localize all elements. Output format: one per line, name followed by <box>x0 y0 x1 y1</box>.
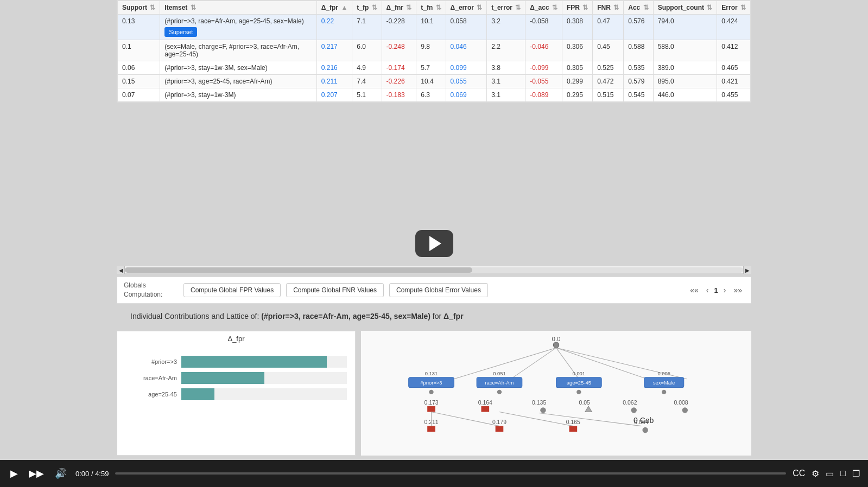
superset-button[interactable]: Superset <box>164 27 197 37</box>
volume-button[interactable]: 🔊 <box>53 465 69 482</box>
progress-bar[interactable] <box>115 472 786 475</box>
pagination-next[interactable]: › <box>721 285 728 296</box>
cc-button[interactable]: CC <box>793 469 805 478</box>
next-button[interactable]: ▶▶ <box>27 465 46 482</box>
svg-text:0.005: 0.005 <box>657 370 670 376</box>
cell-delta-acc: -0.055 <box>525 75 562 88</box>
svg-text:race=Afr-Am: race=Afr-Am <box>485 380 514 386</box>
settings-button[interactable]: ⚙ <box>812 469 819 479</box>
cell-acc: 0.576 <box>624 15 653 40</box>
bar-chart: #prior=>3 race=Afr-Am age=25-45 <box>117 346 355 410</box>
col-t-fn[interactable]: t_fn ⇅ <box>416 1 446 15</box>
cell-delta-acc: -0.099 <box>525 61 562 75</box>
cell-delta-fpr: 0.211 <box>316 75 352 88</box>
scroll-left-btn[interactable]: ◀ <box>117 266 125 274</box>
cell-t-fp: 7.1 <box>352 15 382 40</box>
table-row[interactable]: 0.15 (#prior=>3, age=25-45, race=Afr-Am)… <box>118 75 751 88</box>
heading-metric: Δ_fpr <box>443 312 464 321</box>
fullscreen-button[interactable]: ❐ <box>852 469 860 479</box>
compute-fpr-button[interactable]: Compute Global FPR Values <box>183 283 281 297</box>
pagination-last[interactable]: »» <box>731 285 744 296</box>
cell-fpr: 0.299 <box>562 75 592 88</box>
cell-support: 0.06 <box>118 61 160 75</box>
col-support[interactable]: Support ⇅ <box>118 1 160 15</box>
cell-delta-fnr: -0.226 <box>382 75 416 88</box>
cell-fnr: 0.45 <box>593 40 624 61</box>
cell-error: 0.455 <box>717 88 751 102</box>
col-itemset[interactable]: Itemset ⇅ <box>160 1 316 15</box>
cell-t-error: 3.8 <box>487 61 525 75</box>
globals-label: Globals Computation: <box>124 281 178 299</box>
col-delta-error[interactable]: Δ_error ⇅ <box>446 1 487 15</box>
cell-delta-fnr: -0.248 <box>382 40 416 61</box>
miniplayer-button[interactable]: □ <box>840 469 846 478</box>
cell-acc: 0.545 <box>624 88 653 102</box>
svg-point-28 <box>540 407 546 413</box>
contributions-heading: Individual Contributions and Lattice of:… <box>130 312 464 321</box>
cell-itemset: (#prior=>3, age=25-45, race=Afr-Am) <box>160 75 316 88</box>
svg-line-3 <box>511 348 556 379</box>
cell-delta-fpr: 0.207 <box>316 88 352 102</box>
cell-itemset: (#prior=>3, stay=1w-3M, sex=Male) <box>160 61 316 75</box>
cob-label: 0 Cob <box>633 416 654 425</box>
video-controls-bar: ▶ ▶▶ 🔊 0:00 / 4:59 CC ⚙ ▭ □ ❐ <box>0 460 868 487</box>
col-t-fp[interactable]: t_fp ⇅ <box>352 1 382 15</box>
play-overlay-button[interactable] <box>415 230 453 257</box>
cell-delta-acc: -0.058 <box>525 15 562 40</box>
cell-delta-error: 0.069 <box>446 88 487 102</box>
svg-text:0.05: 0.05 <box>579 400 591 406</box>
cell-support-count: 389.0 <box>653 61 717 75</box>
cell-delta-error: 0.058 <box>446 15 487 40</box>
bar-label: age=25-45 <box>128 391 177 398</box>
svg-text:0.062: 0.062 <box>623 400 637 406</box>
col-acc[interactable]: Acc ⇅ <box>624 1 653 15</box>
col-t-error[interactable]: t_error ⇅ <box>487 1 525 15</box>
svg-text:0.179: 0.179 <box>492 420 506 426</box>
bar-container <box>181 388 347 400</box>
cell-fpr: 0.305 <box>562 61 592 75</box>
col-support-count[interactable]: Support_count ⇅ <box>653 1 717 15</box>
bar-container <box>181 372 347 384</box>
cell-support-count: 895.0 <box>653 75 717 88</box>
time-display: 0:00 / 4:59 <box>75 470 109 478</box>
cell-delta-acc: -0.089 <box>525 88 562 102</box>
cell-fnr: 0.515 <box>593 88 624 102</box>
table-row[interactable]: 0.13 (#prior=>3, race=Afr-Am, age=25-45,… <box>118 15 751 40</box>
compute-error-button[interactable]: Compute Global Error Values <box>389 283 488 297</box>
table-row[interactable]: 0.1 (sex=Male, charge=F, #prior=>3, race… <box>118 40 751 61</box>
table-row[interactable]: 0.06 (#prior=>3, stay=1w-3M, sex=Male) 0… <box>118 61 751 75</box>
svg-text:0.165: 0.165 <box>566 420 580 426</box>
video-content: Support ⇅ Itemset ⇅ Δ_fpr ▲ t_fp ⇅ Δ_fnr… <box>0 0 868 487</box>
col-delta-fnr[interactable]: Δ_fnr ⇅ <box>382 1 416 15</box>
play-triangle-icon <box>429 236 441 251</box>
bar-row: age=25-45 <box>128 388 347 400</box>
svg-text:0.131: 0.131 <box>425 370 438 376</box>
cell-delta-fpr: 0.216 <box>316 61 352 75</box>
col-fpr[interactable]: FPR ⇅ <box>562 1 592 15</box>
col-fnr[interactable]: FNR ⇅ <box>593 1 624 15</box>
svg-point-14 <box>497 390 502 394</box>
col-error[interactable]: Error ⇅ <box>717 1 751 15</box>
scrollbar-thumb[interactable] <box>125 267 472 273</box>
svg-rect-24 <box>427 406 435 412</box>
cell-support-count: 446.0 <box>653 88 717 102</box>
compute-fnr-button[interactable]: Compute Global FNR Values <box>286 283 384 297</box>
scroll-right-btn[interactable]: ▶ <box>743 266 751 274</box>
pagination-first[interactable]: «« <box>688 285 701 296</box>
horizontal-scrollbar[interactable]: ◀ ▶ <box>117 266 751 273</box>
cell-acc: 0.579 <box>624 75 653 88</box>
svg-line-5 <box>556 348 647 379</box>
table-row[interactable]: 0.07 (#prior=>3, stay=1w-3M) 0.207 5.1 -… <box>118 88 751 102</box>
cell-error: 0.465 <box>717 61 751 75</box>
cell-delta-fnr: -0.228 <box>382 15 416 40</box>
col-delta-fpr[interactable]: Δ_fpr ▲ <box>316 1 352 15</box>
col-delta-acc[interactable]: Δ_acc ⇅ <box>525 1 562 15</box>
theater-button[interactable]: ▭ <box>826 469 834 479</box>
cell-delta-fpr: 0.22 <box>316 15 352 40</box>
pagination-prev[interactable]: ‹ <box>704 285 711 296</box>
play-pause-button[interactable]: ▶ <box>8 465 20 482</box>
chart-area: Δ_fpr #prior=>3 race=Afr-Am age=25-45 <box>117 331 356 456</box>
globals-bar: Globals Computation: Compute Global FPR … <box>117 277 751 304</box>
data-table: Support ⇅ Itemset ⇅ Δ_fpr ▲ t_fp ⇅ Δ_fnr… <box>117 1 751 102</box>
chart-title: Δ_fpr <box>117 331 355 346</box>
